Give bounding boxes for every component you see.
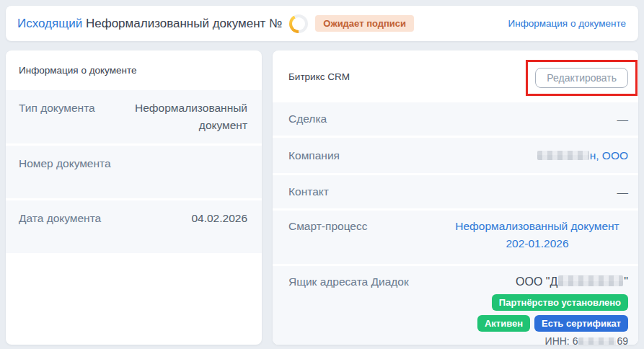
document-info-panel-title: Информация о документе [19, 65, 137, 76]
document-title-text: Неформализованный документ № [82, 17, 282, 30]
row-deal: Сделка — [273, 102, 638, 136]
inn-suffix: 69 [617, 335, 628, 345]
company-value: н, ООО [411, 146, 628, 164]
doc-number-label: Номер документа [19, 155, 127, 189]
bitrix-crm-panel-title: Битрикс CRM [288, 71, 350, 82]
row-smart-process: Смарт-процесс Неформализованный документ… [273, 211, 638, 264]
page-title: Исходящий Неформализованный документ № [17, 17, 282, 31]
document-direction-label: Исходящий [17, 17, 82, 30]
contact-value: — [411, 183, 628, 201]
row-company: Компания н, ООО [273, 138, 638, 173]
status-badge: Ожидает подписи [315, 15, 414, 32]
company-label: Компания [288, 147, 411, 164]
row-doc-type: Тип документа Неформализованный документ [6, 90, 262, 143]
smart-process-value: Неформализованный документ 202-01.2026 [411, 218, 628, 252]
doc-date-value: 04.02.2026 [127, 210, 247, 244]
inn-prefix: ИНН: 6 [545, 335, 578, 345]
row-contact: Контакт — [273, 175, 638, 208]
partnership-badge: Партнёрство установлено [492, 294, 628, 311]
smart-process-link[interactable]: Неформализованный документ 202-01.2026 [446, 218, 628, 252]
row-doc-number: Номер документа [6, 146, 262, 198]
active-badge: Активен [477, 315, 530, 332]
loading-spinner-icon [289, 14, 308, 33]
doc-date-label: Дата документа [19, 210, 127, 244]
company-link[interactable]: н, ООО [590, 149, 628, 162]
redacted-inn-digits [578, 337, 616, 345]
deal-value: — [411, 110, 628, 128]
document-info-panel-header: Информация о документе [6, 50, 262, 90]
deal-label: Сделка [288, 110, 411, 128]
diadoc-box-value: ООО "Д" Партнёрство установлено Активен … [411, 273, 628, 345]
doc-type-value: Неформализованный документ [127, 100, 247, 134]
contact-label: Контакт [288, 183, 411, 200]
bitrix-crm-panel: Битрикс CRM Редактировать Сделка — Компа… [273, 50, 638, 345]
certificate-badge: Есть сертификат [534, 315, 628, 332]
counterparty-badges: Партнёрство установлено Активен Есть сер… [439, 294, 628, 332]
document-info-link[interactable]: Информация о документе [508, 18, 627, 29]
page: Исходящий Неформализованный документ № О… [0, 0, 644, 349]
row-diadoc-box: Ящик адресата Диадок ООО "Д" Партнёрство… [273, 266, 638, 345]
edit-button[interactable]: Редактировать [535, 68, 628, 88]
smart-process-label: Смарт-процесс [288, 218, 411, 235]
document-header-bar: Исходящий Неформализованный документ № О… [6, 6, 638, 41]
diadoc-box-label: Ящик адресата Диадок [288, 273, 411, 291]
counterparty-name-suffix: " [624, 275, 628, 288]
counterparty-name: ООО "Д" [516, 273, 628, 291]
inn-line: ИНН: 669 [545, 335, 628, 345]
redacted-company-name [537, 151, 589, 160]
doc-type-label: Тип документа [19, 100, 127, 134]
redacted-counterparty-name [558, 275, 623, 286]
document-info-panel: Информация о документе Тип документа Неф… [6, 50, 262, 345]
bitrix-crm-panel-header: Битрикс CRM Редактировать [273, 50, 638, 102]
red-highlight-annotation: Редактировать [526, 60, 638, 96]
counterparty-name-prefix: ООО "Д [516, 275, 557, 288]
doc-number-value [127, 155, 247, 189]
row-doc-date: Дата документа 04.02.2026 [6, 200, 262, 253]
